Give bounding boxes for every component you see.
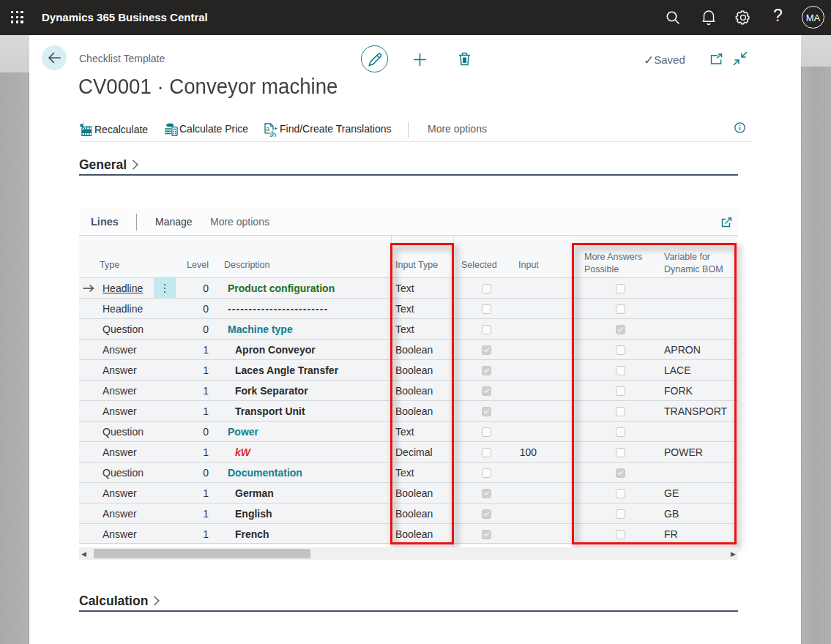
svg-text:あ: あ xyxy=(269,130,277,137)
